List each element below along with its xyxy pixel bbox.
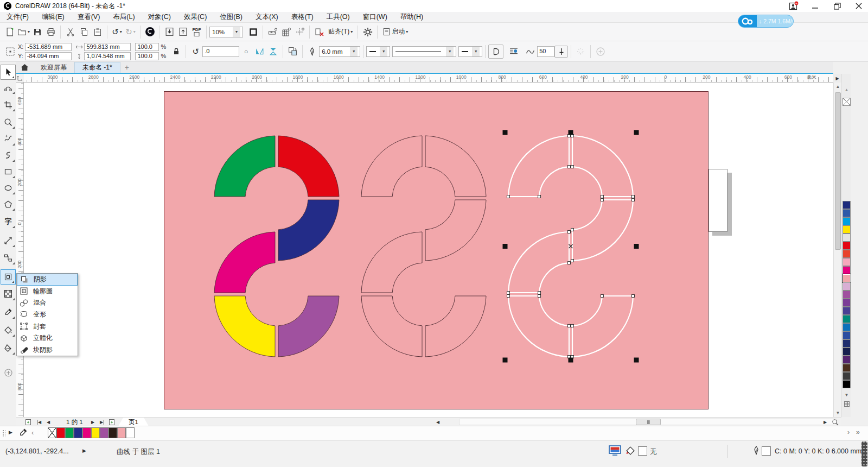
palette-scroll-down-icon[interactable]: ▼ xyxy=(843,391,851,399)
menu-item-7[interactable]: 文本(X) xyxy=(256,12,278,22)
shape-tool[interactable] xyxy=(1,80,16,95)
snap-off-icon[interactable] xyxy=(312,25,326,39)
palette-swatch[interactable] xyxy=(843,201,851,209)
lock-ratio-icon[interactable] xyxy=(169,45,183,59)
close-curve-button[interactable] xyxy=(488,45,503,59)
palette-swatch[interactable] xyxy=(843,282,851,291)
flyout-item-4[interactable]: 封套 xyxy=(17,320,78,332)
palette-swatch[interactable] xyxy=(843,291,851,299)
freehand-tool[interactable] xyxy=(1,131,16,147)
open-button[interactable]: ▾ xyxy=(17,25,30,39)
new-tab-button[interactable]: + xyxy=(120,62,133,73)
vertical-scrollbar[interactable]: ▲ ▼ xyxy=(833,83,841,417)
home-icon[interactable] xyxy=(16,62,33,73)
rectangle-tool[interactable] xyxy=(1,164,16,179)
scale-h-field[interactable]: 100.0 xyxy=(135,43,159,51)
palette-swatch[interactable] xyxy=(843,356,851,364)
doc-palette-swatch[interactable] xyxy=(74,427,82,438)
minimize-button[interactable] xyxy=(808,1,822,11)
vertical-scroll-thumb[interactable] xyxy=(835,92,841,250)
arrange-objects-icon[interactable] xyxy=(286,45,299,59)
tab-untitled-document[interactable]: 未命名 -1* xyxy=(74,62,120,73)
text-wrap-button[interactable] xyxy=(507,45,520,59)
flyout-item-1[interactable]: 輪廓圖 xyxy=(17,286,78,298)
text-tool[interactable]: 字 xyxy=(1,214,16,229)
flyout-item-0[interactable]: 阴影 xyxy=(17,274,78,286)
palette-options-icon[interactable] xyxy=(843,400,851,408)
add-tool-button[interactable] xyxy=(1,365,16,380)
guidelines-toggle[interactable] xyxy=(293,25,307,39)
crop-tool[interactable] xyxy=(1,97,16,112)
palette-swatch[interactable] xyxy=(843,234,851,242)
smart-fill-tool[interactable] xyxy=(1,340,16,356)
color-proof-icon[interactable] xyxy=(609,445,621,456)
last-page-button[interactable]: ▶ xyxy=(98,418,106,426)
horizontal-ruler[interactable]: 3000280026002400220020001800160014001200… xyxy=(24,74,833,83)
arrow-end-select[interactable]: ▾ xyxy=(458,46,482,57)
palette-swatch[interactable] xyxy=(843,380,851,388)
add-page-button-2[interactable] xyxy=(107,418,116,426)
eyedropper-tool[interactable] xyxy=(1,305,16,320)
palette-swatch[interactable] xyxy=(843,225,851,234)
menu-item-9[interactable]: 工具(O) xyxy=(327,12,350,22)
menu-item-5[interactable]: 效果(C) xyxy=(184,12,207,22)
menu-item-1[interactable]: 编辑(E) xyxy=(42,12,65,22)
vertical-ruler[interactable]: 6004002000200400600800 xyxy=(16,83,24,417)
page-tab[interactable]: 页1 xyxy=(118,418,149,426)
snap-to-dropdown[interactable]: 贴齐(T)▾ xyxy=(326,25,355,39)
ellipse-tool[interactable] xyxy=(1,180,16,195)
new-document-button[interactable] xyxy=(3,25,17,39)
palette-swatch[interactable] xyxy=(843,323,851,331)
arrow-start-select[interactable]: ▾ xyxy=(366,46,390,57)
maximize-button[interactable] xyxy=(830,1,844,11)
fill-color-icon[interactable] xyxy=(625,446,635,456)
flyout-item-5[interactable]: 立體化 xyxy=(17,332,78,344)
hscroll-right-icon[interactable]: ▶ xyxy=(821,418,829,426)
close-button[interactable] xyxy=(852,1,866,11)
scale-v-field[interactable]: 100.0 xyxy=(135,52,159,60)
menu-item-6[interactable]: 位图(B) xyxy=(220,12,242,22)
palette-swatch[interactable] xyxy=(843,217,851,225)
object-width-field[interactable]: 599.813 mm xyxy=(84,43,131,51)
doc-palette-swatch[interactable] xyxy=(117,427,126,438)
palette-swatch[interactable] xyxy=(843,209,851,217)
launch-dropdown[interactable]: 启动▾ xyxy=(380,25,410,39)
palette-scroll-up-icon[interactable]: ▲ xyxy=(843,86,851,94)
outline-color-swatch[interactable] xyxy=(762,446,771,456)
effects-tool[interactable] xyxy=(1,269,16,285)
previous-page-button[interactable]: ◀ xyxy=(44,418,52,426)
menu-item-2[interactable]: 查看(V) xyxy=(78,12,100,22)
drawing-canvas[interactable] xyxy=(24,83,833,417)
palette-swatch[interactable] xyxy=(843,242,851,250)
doc-palette-swatch[interactable] xyxy=(65,427,74,438)
outline-width-select[interactable]: 6.0 mm▾ xyxy=(319,46,360,57)
undo-button[interactable]: ↺▾ xyxy=(110,25,124,39)
menu-item-8[interactable]: 表格(T) xyxy=(291,12,314,22)
palette-swatch[interactable] xyxy=(843,339,851,348)
hscroll-left-icon[interactable]: ◀ xyxy=(434,418,442,426)
zoom-tool[interactable] xyxy=(1,115,16,130)
menu-item-4[interactable]: 对象(C) xyxy=(148,12,171,22)
palette-no-color-swatch[interactable] xyxy=(843,98,851,106)
user-account-icon[interactable] xyxy=(787,1,801,11)
scroll-down-icon[interactable]: ▼ xyxy=(834,409,842,417)
palette-scroll-right-icon[interactable]: › xyxy=(847,428,850,436)
scroll-up-icon[interactable]: ▲ xyxy=(834,83,842,91)
menu-item-3[interactable]: 布局(L) xyxy=(113,12,135,22)
ruler-origin-button[interactable] xyxy=(16,74,24,83)
next-page-button[interactable]: ▶ xyxy=(89,418,97,426)
outline-pen-status-icon[interactable] xyxy=(753,446,760,455)
publish-pdf-button[interactable]: PDF xyxy=(190,25,203,39)
fill-none-swatch[interactable] xyxy=(638,446,647,456)
palette-swatch[interactable] xyxy=(843,274,851,282)
palette-swatch[interactable] xyxy=(843,250,851,258)
import-button[interactable] xyxy=(163,25,176,39)
mirror-horizontal-button[interactable] xyxy=(253,45,266,59)
y-position-field[interactable]: -84.094 mm xyxy=(25,52,72,60)
connector-tool[interactable] xyxy=(1,250,16,266)
rulers-toggle[interactable] xyxy=(266,25,279,39)
netdisk-overlay-button[interactable]: ↓ 2.7M 1.6M/s xyxy=(738,15,794,28)
search-content-button[interactable] xyxy=(143,25,157,39)
doc-palette-swatch[interactable] xyxy=(100,427,108,438)
flyout-item-6[interactable]: 块阴影 xyxy=(17,344,78,356)
